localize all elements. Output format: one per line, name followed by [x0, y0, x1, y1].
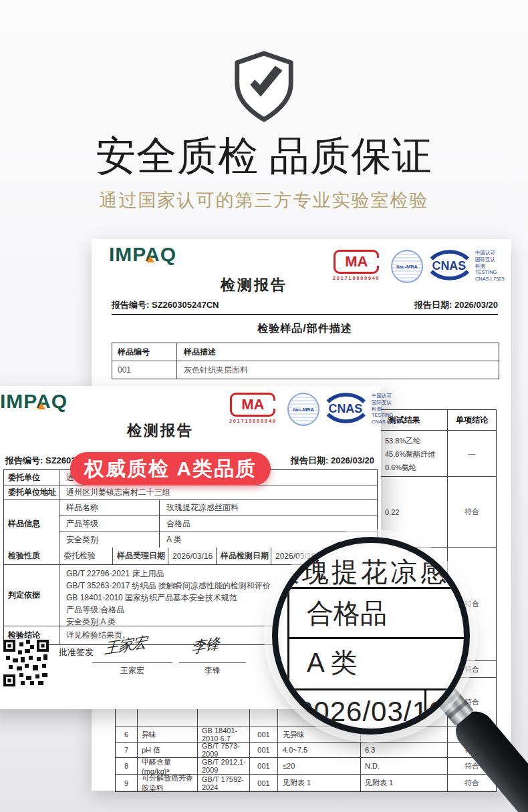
report-date-label: 报告日期: — [414, 300, 452, 310]
address-value: 通州区川姜镇志南村二十三组 — [59, 485, 377, 499]
cnas-label: CNAS — [432, 259, 467, 272]
cma-gap — [272, 401, 276, 409]
sample-cell: 001 — [250, 775, 278, 791]
sample-cell: 001 — [250, 727, 278, 742]
cma-label: MA — [345, 253, 368, 270]
method-cell: GB 18401-2010 6.7 — [198, 727, 250, 742]
method-cell: GB/T 17592-2024 — [198, 775, 250, 791]
table-header-row: 样品编号 样品描述 — [112, 343, 499, 361]
sample-description-table: 样品编号 样品描述 001 灰色针织夹层面料 — [112, 343, 499, 379]
sample-cell: 001 — [250, 758, 278, 774]
cnas-line: 国际互认 — [475, 256, 511, 263]
report-meta-row: 报告编号: SZ260305247CN 报告日期: 2026/03/20 — [112, 299, 498, 311]
safety-class-label: 安全类别 — [59, 532, 160, 548]
fiber-line: 45.6%聚酯纤维 — [385, 447, 447, 461]
sample-name-label: 样品名称 — [59, 500, 160, 516]
qr-code — [3, 640, 49, 686]
sample-no-cell: 001 — [112, 361, 177, 379]
cnas-line: 检测 — [475, 263, 511, 270]
table-row: 8 甲醛含量(mg/kg)ᵃ GB/T 2912.1-2009 001 ≤20 … — [116, 757, 496, 774]
cnas-line: TESTING — [475, 269, 511, 276]
row-no-cell: 6 — [116, 727, 138, 742]
result-cell: 6.3 — [361, 743, 448, 757]
result-cell: 见附表 1 — [361, 775, 448, 791]
cnas-line: CNAS L7523 — [475, 276, 511, 282]
client-label: 委托单位 — [4, 470, 59, 485]
cnas-line: TESTING — [372, 412, 408, 419]
report-date-label: 报告日期: — [291, 455, 328, 465]
received-date-label: 样品受理日期 — [113, 548, 168, 564]
limit-cell: 4.0~7.5 — [278, 743, 361, 757]
sample-info-group: 样品信息 样品名称 玫瑰提花凉感丝面料 产品等级 合格品 安全类别 A 类 — [4, 499, 377, 548]
signature-1-line — [92, 662, 172, 663]
fiber-line: 0.6%氨纶 — [385, 461, 447, 474]
page-subtitle: 通过国家认可的第三方专业实验室检验 — [0, 188, 528, 212]
sample-info-label: 样品信息 — [4, 500, 59, 548]
grade-row: 产品等级 合格品 — [59, 516, 377, 532]
nature-label: 检验性质 — [4, 548, 59, 564]
cnas-cert-text: 中国认可 国际互认 检测 TESTING CNAS L7523 — [372, 393, 408, 425]
magnifier-lens: 玫瑰提花凉感丝 合格品 A 类 2026/03/16 — [272, 537, 470, 735]
table-row: 6 异味 GB 18401-2010 6.7 001 无异味 — [116, 727, 496, 742]
report-title: 检测报告 — [60, 421, 261, 441]
section-title: 检验样品/部件描述 — [112, 322, 498, 336]
sample-name-value: 玫瑰提花凉感丝面料 — [160, 500, 377, 516]
conclusion-cell: --- — [448, 431, 496, 476]
ilac-mra-label: ilac-MRA — [292, 406, 315, 413]
item-cell: 异味 — [138, 727, 198, 742]
grade-label: 产品等级 — [59, 516, 160, 532]
quality-badge: 权威质检 A类品质 — [70, 452, 271, 485]
impaq-logo-text: IMPAQ — [109, 243, 176, 265]
fiber-line: 53.8%乙纶 — [385, 434, 447, 447]
divider — [112, 314, 498, 315]
cnas-badge: CNAS — [426, 250, 472, 280]
item-cell: pH 值 — [138, 743, 198, 757]
magnified-grade: 合格品 — [287, 587, 470, 639]
cma-badge: MA 201719000940 — [222, 393, 284, 423]
impaq-logo: IMPAQ — [109, 243, 176, 266]
method-cell: GB/T 2912.1-2009 — [198, 758, 250, 774]
cma-gap — [376, 258, 380, 266]
limit-cell: 见附表 1 — [278, 775, 361, 791]
cnas-line: 中国认可 — [372, 393, 408, 399]
impaq-logo-triangle-icon — [146, 256, 154, 262]
cnas-line: 检测 — [372, 406, 408, 413]
cnas-cert-text: 中国认可 国际互认 检测 TESTING CNAS L7523 — [475, 250, 511, 282]
cnas-line: CNAS L7523 — [372, 419, 408, 425]
address-label: 委托单位地址 — [4, 485, 59, 499]
tested-date-label: 样品检测日期 — [217, 548, 271, 564]
sample-name-row: 样品名称 玫瑰提花凉感丝面料 — [59, 500, 377, 516]
method-cell: GB/T 7573-2009 — [198, 743, 250, 757]
impaq-logo-text: IMPAQ — [0, 390, 68, 412]
ilac-mra-badge: ilac-MRA — [287, 393, 319, 426]
sample-cell: 001 — [250, 743, 278, 757]
received-date-value: 2026/03/16 — [168, 548, 217, 564]
cma-icon: MA — [334, 250, 379, 274]
limit-cell: ≤20 — [278, 758, 361, 774]
table-row: 9 可分解致癌芳香胺染料 GB/T 17592-2024 001 见附表 1 见… — [116, 774, 496, 791]
col-conclusion: 单项结论 — [448, 410, 496, 430]
cma-icon: MA — [230, 393, 275, 417]
report-date: 报告日期: 2026/03/20 — [414, 299, 498, 311]
page: 安全质检 品质保证 通过国家认可的第三方专业实验室检验 IMPAQ MA 201… — [0, 0, 528, 812]
approval-label: 批准签发 — [59, 646, 94, 658]
magnified-safety-class: A 类 — [287, 637, 470, 690]
report-number-value: SZ260305247CN — [152, 300, 219, 310]
ilac-mra-label: ilac-MRA — [396, 263, 418, 270]
report-number-label: 报告编号: — [5, 455, 43, 465]
page-title: 安全质检 品质保证 — [0, 130, 528, 184]
col-sample-no: 样品编号 — [112, 343, 177, 361]
table-row: 7 pH 值 GB/T 7573-2009 001 4.0~7.5 6.3 符合 — [116, 742, 496, 757]
report-number-label: 报告编号: — [112, 300, 149, 310]
row-no-cell: 7 — [116, 743, 138, 757]
address-row: 委托单位地址 通州区川姜镇志南村二十三组 — [4, 485, 377, 499]
signature-2-script: 李锋 — [190, 633, 219, 658]
signature-2-line — [179, 662, 246, 663]
sample-desc-cell: 灰色针织夹层面料 — [177, 365, 499, 376]
grade-value: 合格品 — [160, 516, 377, 532]
ilac-mra-badge: ilac-MRA — [391, 250, 423, 283]
basis-label: 判定依据 — [4, 565, 59, 626]
cnas-line: 国际互认 — [372, 399, 408, 406]
conclusion-cell: 符合 — [448, 477, 496, 547]
row-no-cell: 9 — [116, 775, 138, 791]
